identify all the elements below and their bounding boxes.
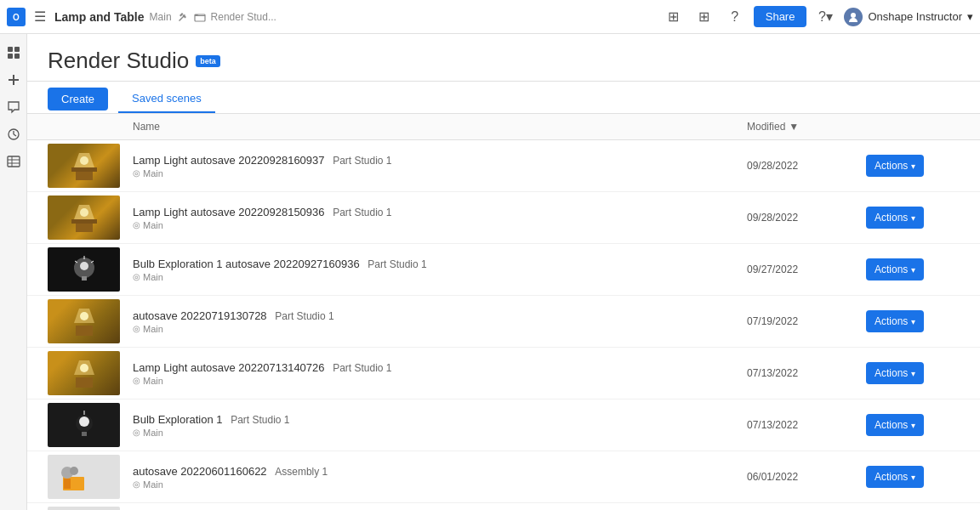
svg-point-38 — [79, 416, 89, 427]
create-button[interactable]: Create — [48, 88, 108, 110]
grid-view-button[interactable]: ⊞ — [662, 5, 686, 29]
table-row: Lamp Light autosave 20220928160937 Part … — [27, 140, 980, 192]
sidebar-icon-grid[interactable] — [2, 41, 26, 65]
scene-type: Assembly 1 — [275, 466, 328, 478]
svg-rect-5 — [14, 47, 20, 52]
table-row: autosave 20220523120501 Assembly 1 ◎ Mai… — [27, 503, 980, 510]
location-icon: ◎ — [133, 272, 140, 281]
scene-type: Part Studio 1 — [333, 155, 391, 167]
tabs-row: Create Saved scenes — [27, 85, 980, 114]
table-row: autosave 20220601160622 Assembly 1 ◎ Mai… — [27, 451, 980, 503]
row-thumb — [48, 455, 133, 499]
actions-button[interactable]: Actions ▾ — [866, 310, 924, 332]
location-label: Main — [143, 168, 163, 178]
location-icon: ◎ — [133, 479, 140, 489]
row-thumb — [48, 351, 133, 395]
row-thumb — [48, 247, 133, 292]
row-actions: Actions ▾ — [866, 155, 960, 177]
location-label: Main — [143, 428, 163, 438]
row-thumb — [48, 403, 133, 447]
row-location: ◎ Main — [133, 428, 747, 438]
actions-button[interactable]: Actions ▾ — [866, 466, 924, 488]
folder-icon — [194, 11, 206, 23]
actions-chevron-icon: ▾ — [911, 473, 915, 482]
actions-button[interactable]: Actions ▾ — [866, 155, 924, 177]
tab-saved-scenes[interactable]: Saved scenes — [118, 85, 215, 113]
row-thumb — [48, 144, 133, 188]
svg-rect-22 — [71, 219, 97, 224]
svg-rect-39 — [82, 432, 87, 436]
page-title-text: Render Studio — [48, 48, 189, 74]
actions-label: Actions — [875, 264, 908, 275]
table-container[interactable]: Name Modified ▼ — [27, 114, 980, 510]
row-actions: Actions ▾ — [866, 362, 960, 384]
actions-chevron-icon: ▾ — [911, 162, 915, 171]
help-circle-button[interactable]: ? — [723, 5, 747, 29]
share-button[interactable]: Share — [754, 6, 807, 27]
sidebar-icon-plus[interactable] — [2, 68, 26, 92]
actions-chevron-icon: ▾ — [911, 213, 915, 223]
row-info: Bulb Exploration 1 Part Studio 1 ◎ Main — [133, 413, 747, 438]
row-name: Lamp Light autosave 20220928150936 Part … — [133, 206, 747, 218]
scene-type: Part Studio 1 — [333, 207, 391, 218]
location-icon: ◎ — [133, 324, 140, 333]
row-name: autosave 20220719130728 Part Studio 1 — [133, 309, 747, 322]
col-name-header: Name — [133, 121, 747, 133]
thumbnail — [48, 507, 120, 510]
page-header: Render Studio beta — [27, 34, 980, 82]
sidebar-icon-table[interactable] — [2, 150, 26, 173]
left-sidebar — [0, 34, 27, 510]
sidebar-icon-chat[interactable] — [2, 95, 26, 119]
row-location: ◎ Main — [133, 324, 747, 334]
row-location: ◎ Main — [133, 220, 747, 230]
table-row: Bulb Exploration 1 Part Studio 1 ◎ Main … — [27, 400, 980, 451]
svg-point-24 — [80, 208, 88, 217]
user-menu[interactable]: Onshape Instructor ▾ — [844, 8, 973, 26]
thumbnail — [48, 455, 120, 499]
location-icon: ◎ — [133, 428, 140, 437]
actions-chevron-icon: ▾ — [911, 421, 915, 430]
user-chevron-icon: ▾ — [967, 10, 973, 23]
svg-rect-31 — [76, 326, 93, 336]
actions-chevron-icon: ▾ — [911, 265, 915, 275]
actions-chevron-icon: ▾ — [911, 317, 915, 326]
location-icon: ◎ — [133, 376, 140, 385]
main-content: Render Studio beta Create Saved scenes N… — [27, 34, 980, 510]
svg-point-43 — [70, 467, 78, 475]
hamburger-menu[interactable]: ☰ — [31, 5, 49, 28]
location-label: Main — [143, 479, 163, 490]
row-name: Lamp Light autosave 20220928160937 Part … — [133, 154, 747, 167]
row-thumb — [48, 299, 133, 343]
row-modified: 09/28/2022 — [747, 212, 866, 224]
col-modified-header[interactable]: Modified ▼ — [747, 121, 866, 133]
page-title: Render Studio beta — [48, 48, 960, 74]
svg-rect-44 — [64, 479, 71, 489]
document-title: Lamp and Table — [54, 10, 145, 24]
thumbnail — [48, 403, 120, 447]
layout: Render Studio beta Create Saved scenes N… — [0, 34, 980, 510]
row-info: Bulb Exploration 1 autosave 202209271609… — [133, 258, 747, 282]
actions-button[interactable]: Actions ▾ — [866, 207, 924, 229]
actions-chevron-icon: ▾ — [911, 369, 915, 378]
svg-rect-34 — [76, 377, 93, 388]
row-modified: 07/13/2022 — [747, 419, 866, 431]
row-modified: 07/19/2022 — [747, 315, 866, 327]
actions-label: Actions — [875, 471, 908, 483]
table-row: Lamp Light autosave 20220928150936 Part … — [27, 192, 980, 244]
svg-point-27 — [80, 262, 88, 270]
sidebar-icon-clock[interactable] — [2, 122, 26, 146]
topbar: O ☰ Lamp and Table Main Render Stud... ⊞… — [0, 0, 980, 34]
scene-type: Part Studio 1 — [231, 414, 289, 426]
actions-button[interactable]: Actions ▾ — [866, 258, 924, 280]
actions-label: Actions — [875, 315, 908, 327]
help-button[interactable]: ?▾ — [813, 5, 837, 29]
actions-button[interactable]: Actions ▾ — [866, 362, 924, 384]
breadcrumb-link[interactable]: Render Stud... — [211, 11, 276, 23]
apps-button[interactable]: ⊞ — [692, 5, 716, 29]
location-label: Main — [143, 272, 163, 282]
location-icon: ◎ — [133, 168, 140, 178]
actions-button[interactable]: Actions ▾ — [866, 414, 924, 436]
thumbnail — [48, 299, 120, 343]
actions-label: Actions — [875, 419, 908, 431]
svg-text:O: O — [13, 13, 20, 22]
